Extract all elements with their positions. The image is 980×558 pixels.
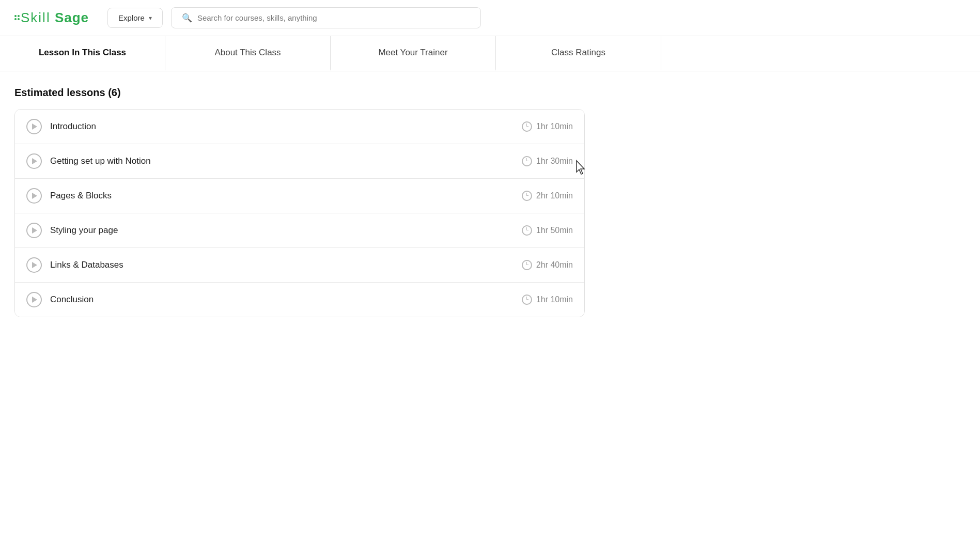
- search-icon: 🔍: [182, 13, 192, 23]
- play-triangle-icon: [32, 262, 37, 268]
- logo: Skill Sage: [14, 10, 89, 26]
- lesson-name: Introduction: [50, 121, 96, 132]
- lesson-duration-text: 1hr 10min: [536, 122, 573, 131]
- play-icon: [26, 153, 42, 169]
- lesson-duration: 1hr 10min: [522, 121, 573, 132]
- play-icon: [26, 292, 42, 307]
- header: Skill Sage Explore ▾ 🔍: [0, 0, 980, 36]
- logo-sage-text: Sage: [55, 10, 89, 26]
- main-content: Estimated lessons (6) Introduction 1hr 1…: [0, 71, 599, 333]
- lesson-left: Conclusion: [26, 292, 94, 307]
- lesson-duration-text: 1hr 10min: [536, 295, 573, 304]
- logo-skill-text: Skill: [21, 10, 51, 26]
- lesson-duration-text: 1hr 30min: [536, 157, 573, 166]
- lesson-left: Styling your page: [26, 223, 118, 238]
- clock-icon: [522, 191, 532, 201]
- lesson-left: Introduction: [26, 119, 96, 134]
- lesson-name: Pages & Blocks: [50, 191, 112, 201]
- lesson-left: Links & Databases: [26, 257, 123, 273]
- lesson-duration-text: 2hr 10min: [536, 191, 573, 200]
- search-bar: 🔍: [171, 7, 481, 28]
- lesson-duration: 1hr 30min: [522, 156, 573, 166]
- tab-trainer[interactable]: Meet Your Trainer: [331, 36, 496, 71]
- lesson-name: Conclusion: [50, 295, 94, 305]
- clock-icon: [522, 295, 532, 305]
- lesson-name: Links & Databases: [50, 260, 123, 270]
- explore-button[interactable]: Explore ▾: [107, 8, 163, 28]
- play-triangle-icon: [32, 158, 37, 164]
- tab-lesson[interactable]: Lesson In This Class: [0, 36, 165, 71]
- lesson-duration-text: 2hr 40min: [536, 260, 573, 270]
- play-icon: [26, 223, 42, 238]
- lesson-item[interactable]: Introduction 1hr 10min: [15, 110, 584, 144]
- lesson-duration: 2hr 40min: [522, 260, 573, 270]
- lesson-name: Getting set up with Notion: [50, 156, 151, 166]
- play-triangle-icon: [32, 123, 37, 130]
- tab-ratings[interactable]: Class Ratings: [496, 36, 661, 71]
- play-triangle-icon: [32, 297, 37, 303]
- lesson-item[interactable]: Getting set up with Notion 1hr 30min: [15, 144, 584, 179]
- lesson-duration: 2hr 10min: [522, 191, 573, 201]
- search-input[interactable]: [197, 13, 470, 22]
- tabs-nav: Lesson In This Class About This Class Me…: [0, 36, 980, 71]
- clock-icon: [522, 156, 532, 166]
- play-icon: [26, 119, 42, 134]
- play-icon: [26, 257, 42, 273]
- play-icon: [26, 188, 42, 204]
- play-triangle-icon: [32, 193, 37, 199]
- lesson-left: Getting set up with Notion: [26, 153, 151, 169]
- lessons-section-title: Estimated lessons (6): [14, 87, 585, 99]
- explore-label: Explore: [118, 13, 145, 22]
- lesson-duration: 1hr 50min: [522, 225, 573, 236]
- lessons-list: Introduction 1hr 10min Getting set up wi…: [14, 109, 585, 317]
- lesson-name: Styling your page: [50, 225, 118, 236]
- lesson-item[interactable]: Pages & Blocks 2hr 10min: [15, 179, 584, 213]
- lesson-duration-text: 1hr 50min: [536, 226, 573, 235]
- logo-dots: [14, 15, 20, 20]
- lesson-item[interactable]: Links & Databases 2hr 40min: [15, 248, 584, 283]
- play-triangle-icon: [32, 227, 37, 234]
- clock-icon: [522, 225, 532, 236]
- lesson-item[interactable]: Conclusion 1hr 10min: [15, 283, 584, 317]
- lesson-duration: 1hr 10min: [522, 295, 573, 305]
- chevron-down-icon: ▾: [149, 14, 152, 22]
- clock-icon: [522, 260, 532, 270]
- lesson-left: Pages & Blocks: [26, 188, 112, 204]
- tab-about[interactable]: About This Class: [165, 36, 331, 71]
- lesson-item[interactable]: Styling your page 1hr 50min: [15, 213, 584, 248]
- clock-icon: [522, 121, 532, 132]
